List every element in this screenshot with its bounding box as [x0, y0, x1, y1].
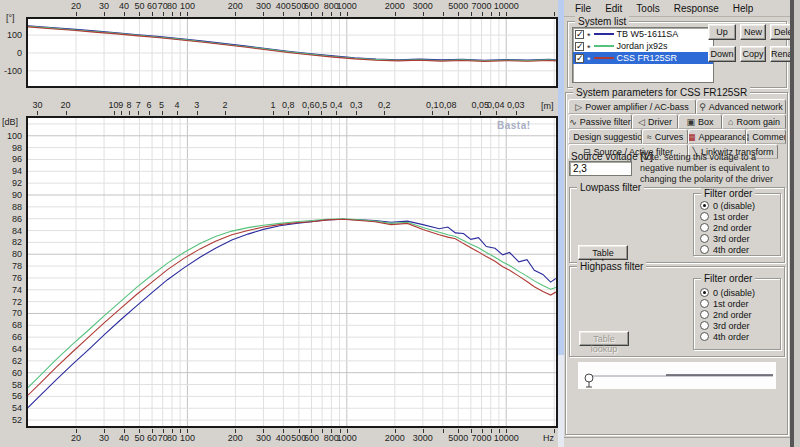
source-voltage-input[interactable]	[569, 161, 632, 176]
list-item-checkbox[interactable]: ✓	[575, 30, 584, 39]
list-item-checkbox[interactable]: ✓	[575, 54, 584, 63]
lowpass-radio[interactable]	[700, 201, 709, 210]
tab-design-suggestion[interactable]: ✎Design suggestion	[568, 129, 642, 144]
tick-mark	[235, 429, 236, 433]
list-item-css-fr125sr[interactable]: ✓*CSS FR125SR	[573, 52, 713, 64]
highpass-filter-group-label: Highpass filter	[577, 261, 646, 272]
new-button[interactable]: New	[740, 24, 766, 40]
wavelength-tick-label: 5	[159, 100, 164, 110]
tick-mark	[263, 429, 264, 433]
y-tick-label: 64	[12, 344, 22, 354]
x-tick-label: 5000	[448, 433, 468, 443]
tick-mark	[506, 12, 507, 16]
list-item-checkbox[interactable]: ✓	[575, 42, 584, 51]
menu-item-file[interactable]: File	[569, 1, 597, 16]
lowpass-radio[interactable]	[700, 234, 709, 243]
y-tick-label: 80	[12, 249, 22, 259]
highpass-radio[interactable]	[700, 321, 709, 330]
lowpass-option-2[interactable]: 2nd order	[700, 222, 755, 233]
y-tick-label: 96	[12, 154, 22, 164]
window-bottom-strip	[564, 437, 790, 447]
highpass-option-2[interactable]: 2nd order	[700, 309, 755, 320]
tick-mark	[554, 429, 555, 433]
radio-label: 0 (disable)	[713, 201, 755, 211]
highpass-option-0[interactable]: 0 (disable)	[700, 287, 755, 298]
wavelength-tick-label: 4	[174, 100, 179, 110]
lowpass-table-lookup-button[interactable]: Table lookup	[578, 245, 628, 260]
tick-mark	[139, 429, 140, 433]
lowpass-radio[interactable]	[700, 223, 709, 232]
tick-mark	[121, 111, 122, 115]
tick-mark	[423, 429, 424, 433]
y-tick-label: 84	[12, 226, 22, 236]
x-tick-label: 5000	[448, 1, 468, 11]
down-button[interactable]: Down	[708, 46, 736, 62]
lowpass-option-1[interactable]: 1st order	[700, 211, 755, 222]
tick-mark	[423, 12, 424, 16]
tab-box[interactable]: ▣Box	[678, 114, 722, 129]
wavelength-tick-label: 2	[222, 100, 227, 110]
lowpass-radio[interactable]	[700, 212, 709, 221]
highpass-radio[interactable]	[700, 299, 709, 308]
tab-comment[interactable]: ▤Comment	[746, 129, 786, 144]
highpass-option-1[interactable]: 1st order	[700, 298, 755, 309]
x-tick-label: 600	[304, 433, 319, 443]
x-tick-label: 80	[167, 1, 177, 11]
source-voltage-note: Note: setting this voltage to a negative…	[640, 152, 790, 185]
highpass-radio[interactable]	[700, 332, 709, 341]
tab-curves[interactable]: ≈Curves	[642, 129, 688, 144]
copy-button[interactable]: Copy	[740, 46, 766, 62]
highpass-option-4[interactable]: 4th order	[700, 331, 755, 342]
y-tick-label: 66	[12, 332, 22, 342]
tab-passive-filter[interactable]: ∿Passive filter	[568, 114, 632, 129]
radio-label: 0 (disable)	[713, 288, 755, 298]
up-button[interactable]: Up	[708, 24, 736, 40]
tick-mark	[311, 429, 312, 433]
lowpass-radio[interactable]	[700, 245, 709, 254]
tick-mark	[299, 429, 300, 433]
lowpass-option-3[interactable]: 3rd order	[700, 233, 755, 244]
tick-mark	[225, 111, 226, 115]
curve-color-sample	[594, 45, 614, 47]
menu-item-edit[interactable]: Edit	[599, 1, 628, 16]
tick-mark	[235, 12, 236, 16]
tick-mark	[172, 429, 173, 433]
tick-mark	[163, 12, 164, 16]
tick-mark	[273, 111, 274, 115]
tab-power-amplifier-ac-bass[interactable]: ▷Power amplifier / AC-bass	[568, 99, 696, 114]
tab-driver[interactable]: ◁Driver	[632, 114, 678, 129]
y-tick-label: 62	[12, 356, 22, 366]
x-tick-label: 80	[167, 433, 177, 443]
tick-mark	[187, 429, 188, 433]
system-listbox[interactable]: ✓*TB W5-1611SA✓*Jordan jx92s✓*CSS FR125S…	[572, 27, 714, 83]
menu-item-tools[interactable]: Tools	[630, 1, 665, 16]
list-item-marker: *	[587, 31, 591, 41]
tab-advanced-network[interactable]: ⚲Advanced network	[696, 99, 786, 114]
menu-item-response[interactable]: Response	[668, 1, 725, 16]
y-tick-label: 60	[12, 368, 22, 378]
tab-label: Power amplifier / AC-bass	[585, 102, 689, 112]
y-tick-label: 76	[12, 273, 22, 283]
wavelength-tick-label: 0,3	[350, 100, 363, 110]
x-tick-label: 10000	[494, 433, 519, 443]
list-item-jordan-jx92s[interactable]: ✓*Jordan jx92s	[573, 40, 713, 52]
x-tick-label: 7000	[471, 1, 491, 11]
tab-room-gain[interactable]: ⌂Room gain	[722, 114, 786, 129]
x-tick-label: 40	[119, 1, 129, 11]
curve-color-sample	[594, 33, 614, 35]
lowpass-option-0[interactable]: 0 (disable)	[700, 200, 755, 211]
tick-mark	[458, 429, 459, 433]
highpass-option-3[interactable]: 3rd order	[700, 320, 755, 331]
appearance-icon: ▦	[688, 132, 695, 142]
list-item-tb-w5-1611sa[interactable]: ✓*TB W5-1611SA	[573, 28, 713, 40]
menu-item-help[interactable]: Help	[727, 1, 760, 16]
highpass-radio[interactable]	[700, 288, 709, 297]
highpass-radio[interactable]	[700, 310, 709, 319]
y-tick-label: 78	[12, 261, 22, 271]
y-tick-label: 94	[12, 166, 22, 176]
lowpass-option-4[interactable]: 4th order	[700, 244, 755, 255]
y-tick-label: 56	[12, 391, 22, 401]
tick-mark	[480, 111, 481, 115]
tab-appearance[interactable]: ▦Appearance	[688, 129, 746, 144]
wavelength-tick-label: 3	[194, 100, 199, 110]
